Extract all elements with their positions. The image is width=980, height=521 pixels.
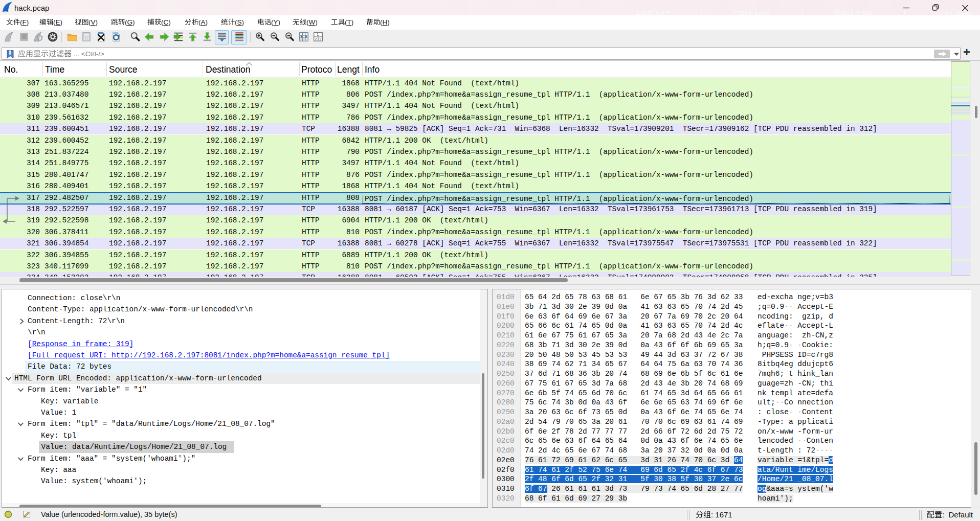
- svg-text:3: 3: [319, 37, 321, 41]
- svg-text:1: 1: [317, 33, 319, 37]
- svg-text:2: 2: [315, 37, 317, 41]
